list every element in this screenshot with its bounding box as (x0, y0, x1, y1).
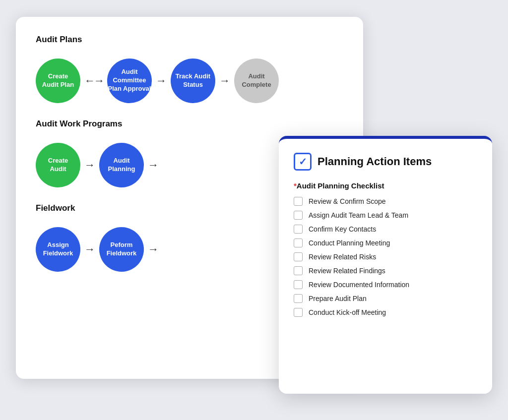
audit-plans-section: Audit Plans CreateAudit Plan ←→ AuditCom… (36, 35, 343, 103)
checklist-label-6: Review Related Findings (309, 267, 385, 275)
right-arrow-4: → (144, 159, 163, 172)
checklist-label-3: Confirm Key Contacts (309, 225, 376, 233)
checklist-item: Conduct Planning Meeting (294, 239, 477, 247)
audit-committee-node[interactable]: AuditCommitteePlan Approval (107, 59, 152, 103)
create-audit-plan-node[interactable]: CreateAudit Plan (36, 59, 80, 103)
create-audit-node[interactable]: CreateAudit (36, 143, 80, 187)
checkbox-8[interactable] (294, 294, 303, 303)
checkbox-5[interactable] (294, 252, 303, 261)
right-arrow-3: → (80, 159, 99, 172)
checklist-item: Review Documented Information (294, 280, 477, 289)
track-audit-status-node[interactable]: Track AuditStatus (171, 59, 215, 103)
checklist-label-2: Assign Audit Team Lead & Team (309, 211, 408, 219)
checklist-label-5: Review Related Risks (309, 253, 376, 261)
checkbox-3[interactable] (294, 225, 303, 234)
right-arrow-1: → (152, 74, 171, 87)
checklist-item: Review Related Findings (294, 266, 477, 275)
checklist-label-1: Review & Confirm Scope (309, 197, 386, 205)
assign-fieldwork-node[interactable]: AssignFieldwork (36, 227, 80, 272)
audit-plans-flow: CreateAudit Plan ←→ AuditCommitteePlan A… (36, 59, 343, 103)
right-arrow-6: → (144, 243, 163, 256)
checklist-item: Review & Confirm Scope (294, 197, 477, 206)
checkmark-icon: ✓ (299, 156, 307, 168)
checklist-item: Prepare Audit Plan (294, 294, 477, 303)
checklist-item: Assign Audit Team Lead & Team (294, 211, 477, 220)
checkbox-icon: ✓ (294, 153, 312, 171)
action-card-header: ✓ Planning Action Items (294, 153, 477, 171)
checkbox-2[interactable] (294, 211, 303, 220)
audit-complete-node[interactable]: AuditComplete (234, 59, 279, 103)
checkbox-9[interactable] (294, 308, 303, 317)
right-arrow-5: → (80, 243, 99, 256)
checkbox-4[interactable] (294, 239, 303, 247)
checkbox-6[interactable] (294, 266, 303, 275)
checklist-label-7: Review Documented Information (309, 281, 409, 289)
checklist-label-8: Prepare Audit Plan (309, 295, 367, 302)
checkbox-1[interactable] (294, 197, 303, 206)
audit-plans-label: Audit Plans (36, 35, 343, 45)
audit-work-programs-label: Audit Work Programs (36, 119, 343, 129)
checklist-list: Review & Confirm Scope Assign Audit Team… (294, 197, 477, 317)
checklist-heading: *Audit Planning Checklist (294, 181, 477, 190)
audit-planning-node[interactable]: AuditPlanning (99, 143, 144, 187)
double-arrow-1: ←→ (80, 74, 107, 87)
right-arrow-2: → (215, 74, 234, 87)
checklist-item: Conduct Kick-off Meeting (294, 308, 477, 317)
checkbox-7[interactable] (294, 280, 303, 289)
perform-fieldwork-node[interactable]: PeformFieldwork (99, 227, 144, 272)
outer-container: Audit Plans CreateAudit Plan ←→ AuditCom… (16, 17, 492, 404)
action-title: Planning Action Items (318, 155, 432, 168)
action-card: ✓ Planning Action Items *Audit Planning … (279, 136, 492, 394)
checklist-label-9: Conduct Kick-off Meeting (309, 308, 386, 316)
checklist-item: Confirm Key Contacts (294, 225, 477, 234)
checklist-label-4: Conduct Planning Meeting (309, 239, 390, 247)
checklist-item: Review Related Risks (294, 252, 477, 261)
